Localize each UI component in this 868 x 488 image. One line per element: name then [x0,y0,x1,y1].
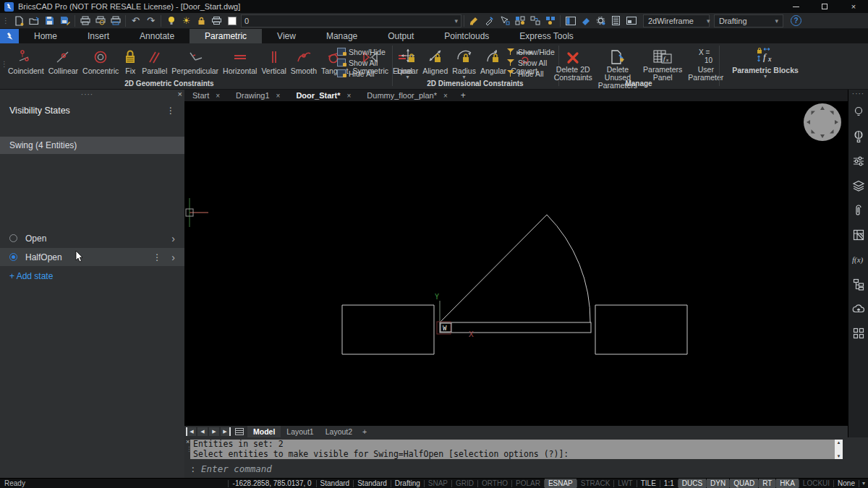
tips-lightbulb-icon[interactable] [848,100,868,124]
status-none-selection[interactable]: None [834,479,859,488]
status-grid-toggle[interactable]: GRID [452,479,477,488]
status-strack-toggle[interactable]: STRACK [577,479,614,488]
status-menu-caret-icon[interactable]: ▾ [859,480,868,487]
new-layout-button[interactable]: + [358,427,371,436]
dim-show-all-button[interactable]: Show All [506,58,555,67]
components-grid-icon[interactable] [848,321,868,346]
cloud-upload-icon[interactable] [848,296,868,321]
eraser-button[interactable] [578,14,593,28]
close-icon[interactable]: × [216,92,220,100]
status-lockui-toggle[interactable]: LOCKUI [799,479,833,488]
new-file-button[interactable] [12,14,27,28]
tab-pointclouds[interactable]: Pointclouds [429,29,504,43]
status-hka-toggle[interactable]: HKA [776,479,799,488]
state-row-open[interactable]: Open › [0,229,184,247]
maximize-button[interactable] [810,0,839,13]
geom-hide-all-button[interactable]: Hide All [337,69,386,78]
angular-button[interactable]: Angular [478,45,509,75]
status-lwt-toggle[interactable]: LWT [614,479,636,488]
layout-tab-model[interactable]: Model [247,426,281,437]
redo-button[interactable]: ↷ [143,14,158,28]
status-scale[interactable]: 1:1 [660,479,678,488]
parametric-blocks-button[interactable]: fx Parametric Blocks ▾ [732,46,799,79]
doc-tab-drawing1[interactable]: Drawing1× [228,90,288,101]
close-button[interactable]: × [839,0,868,13]
status-ortho-toggle[interactable]: ORTHO [478,479,511,488]
quick-select-button[interactable] [512,14,527,28]
scroll-down-icon[interactable]: ▼ [837,453,841,459]
parallel-button[interactable]: Parallel [140,45,169,75]
doc-tab-door-start[interactable]: Door_Start*× [288,90,359,101]
command-input[interactable]: : Enter command [190,463,272,474]
radio-unselected-icon[interactable] [9,234,17,242]
toolbar-grip[interactable]: ⋮ [0,19,12,23]
kebab-menu-icon[interactable]: ⋮ [166,106,175,116]
view-compass[interactable] [804,103,841,141]
tab-manage[interactable]: Manage [311,29,373,43]
doc-tab-start[interactable]: Start× [184,90,228,101]
status-text-style[interactable]: Standard [317,479,354,488]
linear-button[interactable]: Linear▾ [395,45,420,80]
command-history[interactable]: Entities in set: 2 Select entities to ma… [190,440,835,459]
publish-button[interactable] [108,14,123,28]
undo-button[interactable]: ↶ [128,14,143,28]
add-state-link[interactable]: + Add state [9,271,53,281]
layout-tab-layout1[interactable]: Layout1 [281,426,319,437]
dim-show-hide-button[interactable]: Show/Hide [506,47,555,56]
layout-tab-layout2[interactable]: Layout2 [320,426,358,437]
layer-dropdown[interactable]: 0▾ [241,14,461,27]
command-scrollbar[interactable]: ▲ ▼ [835,440,843,459]
tab-view[interactable]: View [262,29,311,43]
status-polar-toggle[interactable]: POLAR [512,479,544,488]
new-document-tab-button[interactable]: + [456,90,471,100]
layer-on-off-icon[interactable] [163,14,179,28]
doc-tab-dummy-floor-plan[interactable]: Dummy_floor_plan*× [359,90,455,101]
tab-annotate[interactable]: Annotate [124,29,190,43]
layer-freeze-icon[interactable]: ☀ [179,14,194,28]
scroll-up-icon[interactable]: ▲ [837,440,841,445]
workspace-dropdown[interactable]: Drafting▾ [714,14,783,27]
user-parameter-button[interactable]: X =10User Parameter [686,45,726,82]
panel-grip[interactable]: ···· [0,90,174,98]
sheet-set-icon[interactable] [848,223,868,247]
status-esnap-toggle[interactable]: ESNAP [545,479,576,488]
parameter-group-swing[interactable]: Swing (4 Entities) [0,137,184,154]
panel-close-icon[interactable]: × [178,90,182,98]
application-menu-button[interactable] [0,29,19,43]
save-button[interactable] [42,14,57,28]
open-file-button[interactable] [27,14,42,28]
radio-selected-icon[interactable] [9,253,17,261]
next-layout-button[interactable]: ▶ [209,427,219,436]
geom-show-hide-button[interactable]: Show/Hide [337,47,386,56]
status-tile-toggle[interactable]: TILE [637,479,660,488]
panel-toggle-button[interactable] [563,14,578,28]
tab-parametric[interactable]: Parametric [190,29,262,43]
structure-tree-icon[interactable] [848,272,868,296]
first-layout-button[interactable]: ◀ [186,427,196,436]
close-icon[interactable]: × [276,92,281,100]
status-ducs-toggle[interactable]: DUCS [678,479,706,488]
properties-select-button[interactable] [542,14,558,28]
kebab-menu-icon[interactable]: ⋮ [153,252,161,262]
drawing-explorer-button[interactable] [608,14,624,28]
eyedropper-button[interactable] [482,14,497,28]
last-layout-button[interactable]: ▶ [221,427,231,436]
vertical-button[interactable]: Vertical [259,45,288,75]
tab-home[interactable]: Home [19,29,72,43]
layer-lock-icon[interactable] [194,14,209,28]
parameters-panel-button[interactable]: fxParameters Panel [641,45,684,82]
status-snap-toggle[interactable]: SNAP [425,479,451,488]
status-rt-toggle[interactable]: RT [759,479,775,488]
status-dyn-toggle[interactable]: DYN [707,479,729,488]
dim-hide-all-button[interactable]: Hide All [506,69,555,78]
save-as-button[interactable] [57,14,72,28]
print-button[interactable] [77,14,93,28]
chevron-right-icon[interactable]: › [171,252,175,263]
status-quad-toggle[interactable]: QUAD [730,479,758,488]
print-preview-button[interactable] [93,14,108,28]
layers-icon[interactable] [848,174,868,198]
hot-air-balloon-icon[interactable] [848,124,868,149]
command-panel-close-icon[interactable]: × [186,438,190,445]
concentric-button[interactable]: Concentric [80,45,121,75]
drawing-canvas[interactable]: Y W X [184,101,848,426]
